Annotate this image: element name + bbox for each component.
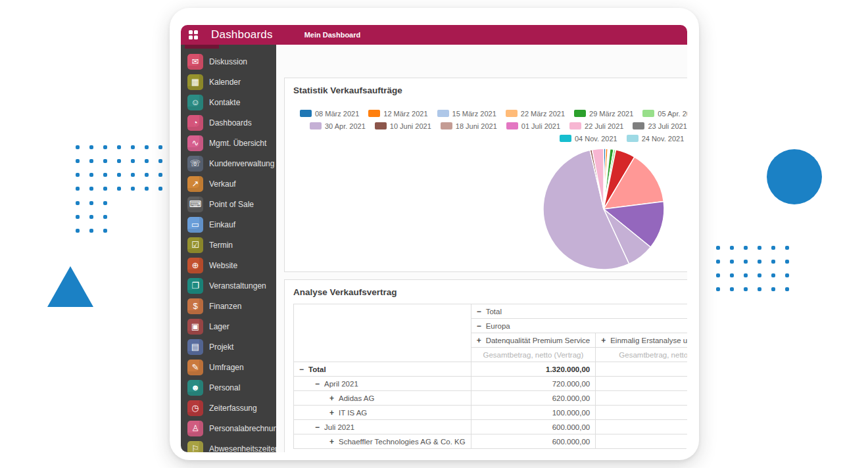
sidebar-item-termin[interactable]: ☑Termin bbox=[181, 235, 276, 255]
legend-item-29-m-rz-2021[interactable]: 29 März 2021 bbox=[574, 110, 633, 118]
sidebar-item-label: Abwesenheitszeiten bbox=[209, 444, 279, 453]
sidebar-item-dashboards[interactable]: ◔Dashboards bbox=[181, 112, 276, 133]
legend-label: 15 März 2021 bbox=[452, 110, 496, 118]
legend-item-08-m-rz-2021[interactable]: 08 März 2021 bbox=[300, 110, 359, 118]
table-row: −Total1.320.000,00150.000,00 bbox=[294, 362, 688, 377]
legend-swatch bbox=[560, 135, 571, 142]
sidebar-item-label: Point of Sale bbox=[209, 200, 254, 209]
sidebar-item-personal[interactable]: ☻Personal bbox=[181, 377, 276, 398]
sidebar-item-verkauf[interactable]: ↗Verkauf bbox=[181, 174, 276, 194]
legend-swatch bbox=[569, 122, 581, 129]
legend-item-30-apr-2021[interactable]: 30 Apr. 2021 bbox=[310, 122, 366, 130]
expand-icon[interactable]: + bbox=[329, 394, 334, 403]
collapse-icon[interactable]: − bbox=[477, 307, 481, 316]
dashboard-canvas: Statistik Verkaufsaufträge 08 März 20211… bbox=[276, 45, 687, 452]
pivot-value-col1: 620.000,00 bbox=[471, 391, 596, 406]
sidebar-item-label: Veranstaltungen bbox=[209, 281, 266, 291]
sidebar-item-diskussion[interactable]: ✉Diskussion bbox=[181, 51, 276, 72]
sidebar-item-finanzen[interactable]: $Finanzen bbox=[181, 296, 276, 316]
payroll-icon: ♙ bbox=[187, 421, 203, 436]
sidebar-item-projekt[interactable]: ▤Projekt bbox=[181, 337, 276, 357]
legend-item-18-juni-2021[interactable]: 18 Juni 2021 bbox=[441, 122, 497, 130]
pivot-row-it-is-ag[interactable]: +IT IS AG bbox=[294, 406, 471, 420]
legend-label: 01 Juli 2021 bbox=[521, 122, 560, 130]
app-body: ✉Diskussion▦Kalender☺Kontakte◔Dashboards… bbox=[181, 45, 687, 452]
contract-analysis-title: Analyse Verkaufsvertrag bbox=[285, 280, 687, 297]
legend-label: 10 Juni 2021 bbox=[390, 122, 431, 130]
pie-chart bbox=[541, 147, 666, 271]
pivot-value-col1: 600.000,00 bbox=[471, 434, 596, 449]
sidebar-item-kontakte[interactable]: ☺Kontakte bbox=[181, 92, 276, 112]
pivot-value-col1: 1.320.000,00 bbox=[471, 362, 596, 377]
decor-triangle bbox=[47, 266, 93, 307]
legend-item-05-apr-2021[interactable]: 05 Apr. 2021 bbox=[642, 110, 687, 118]
collapse-icon[interactable]: − bbox=[299, 365, 304, 374]
legend-item-01-juli-2021[interactable]: 01 Juli 2021 bbox=[506, 122, 560, 130]
pivot-value-col2 bbox=[596, 434, 687, 449]
legend-item-04-nov-2021[interactable]: 04 Nov. 2021 bbox=[560, 135, 617, 143]
pivot-col-europa-label: Europa bbox=[486, 322, 510, 330]
legend-swatch bbox=[506, 122, 518, 129]
sidebar-item-kalender[interactable]: ▦Kalender bbox=[181, 72, 276, 92]
sidebar-item-kundenverwaltung[interactable]: ☏Kundenverwaltung bbox=[181, 153, 276, 174]
legend-label: 18 Juni 2021 bbox=[456, 122, 497, 130]
sidebar-item-abwesenheitszeiten[interactable]: ⚐Abwesenheitszeiten bbox=[181, 438, 276, 452]
pivot-row-total[interactable]: −Total bbox=[294, 362, 471, 377]
pivot-value-col2: 135.000,00 bbox=[596, 391, 687, 406]
pivot-row-juli-2021[interactable]: −Juli 2021 bbox=[294, 420, 471, 434]
pivot-col-product-1[interactable]: +Datenqualität Premium Service bbox=[471, 333, 596, 348]
sidebar-item-lager[interactable]: ▣Lager bbox=[181, 316, 276, 337]
sidebar-item-personalabrechnung[interactable]: ♙Personalabrechnung bbox=[181, 418, 276, 438]
pivot-col-europa[interactable]: −Europa bbox=[471, 319, 687, 333]
contract-analysis-card: Analyse Verkaufsvertrag −Total bbox=[284, 279, 687, 452]
legend-row-1: 08 März 202112 März 202115 März 202122 M… bbox=[285, 107, 687, 120]
sidebar-item-website[interactable]: ⊕Website bbox=[181, 255, 276, 275]
decor-circle bbox=[767, 149, 822, 204]
legend-item-12-m-rz-2021[interactable]: 12 März 2021 bbox=[368, 110, 427, 118]
sidebar-item-einkauf[interactable]: ▭Einkauf bbox=[181, 214, 276, 235]
page: Dashboards Mein Dashboard ✉Diskussion▦Ka… bbox=[0, 0, 868, 468]
legend-item-15-m-rz-2021[interactable]: 15 März 2021 bbox=[437, 110, 496, 118]
sidebar-item-mgmt-bersicht[interactable]: ∿Mgmt. Übersicht bbox=[181, 133, 276, 153]
legend-swatch bbox=[300, 110, 312, 117]
apps-grid-icon[interactable] bbox=[189, 30, 198, 39]
pivot-value-col2: 150.000,00 bbox=[596, 362, 687, 377]
legend-item-24-nov-2021[interactable]: 24 Nov. 2021 bbox=[627, 135, 685, 143]
puzzle-icon: ▤ bbox=[187, 339, 203, 355]
sidebar-item-label: Lager bbox=[209, 322, 229, 331]
decor-dot-grid-left-bottom bbox=[76, 201, 107, 233]
decor-dot-grid-left-top bbox=[76, 145, 162, 191]
expand-icon[interactable]: + bbox=[329, 437, 334, 446]
expand-icon[interactable]: + bbox=[329, 408, 334, 417]
pivot-col-product-2-label: Einmalig Erstanalyse und Auswertung bbox=[610, 337, 687, 344]
collapse-icon[interactable]: − bbox=[477, 321, 481, 331]
legend-label: 22 März 2021 bbox=[521, 110, 565, 118]
collapse-icon[interactable]: − bbox=[315, 423, 320, 432]
sidebar-item-label: Kundenverwaltung bbox=[209, 159, 274, 168]
sales-statistics-title: Statistik Verkaufsaufträge bbox=[285, 78, 687, 95]
sidebar-item-veranstaltungen[interactable]: ❐Veranstaltungen bbox=[181, 275, 276, 296]
sidebar-item-zeiterfassung[interactable]: ◷Zeiterfassung bbox=[181, 398, 276, 418]
sidebar-item-point-of-sale[interactable]: ⌨Point of Sale bbox=[181, 194, 276, 214]
menu-item-mein-dashboard[interactable]: Mein Dashboard bbox=[304, 31, 361, 39]
cash-register-icon: ⌨ bbox=[187, 197, 203, 212]
expand-icon[interactable]: + bbox=[601, 336, 606, 345]
pivot-row-april-2021[interactable]: −April 2021 bbox=[294, 377, 471, 391]
collapse-icon[interactable]: − bbox=[315, 379, 320, 388]
table-row: −Juli 2021600.000,00 bbox=[294, 420, 688, 434]
decor-dot-grid-right bbox=[716, 246, 789, 291]
legend-item-23-juli-2021[interactable]: 23 Juli 2021 bbox=[633, 122, 687, 130]
expand-icon[interactable]: + bbox=[477, 336, 481, 345]
legend-item-10-juni-2021[interactable]: 10 Juni 2021 bbox=[375, 122, 431, 130]
sidebar-item-umfragen[interactable]: ✎Umfragen bbox=[181, 357, 276, 377]
sidebar-item-label: Kalender bbox=[209, 78, 241, 87]
pivot-col-product-2[interactable]: +Einmalig Erstanalyse und Auswertung bbox=[596, 333, 687, 348]
pivot-col-total[interactable]: −Total bbox=[471, 304, 687, 319]
table-row: +IT IS AG100.000,0015.000,00 bbox=[294, 406, 688, 420]
legend-item-22-juli-2021[interactable]: 22 Juli 2021 bbox=[569, 122, 623, 130]
pivot-row-adidas-ag[interactable]: +Adidas AG bbox=[294, 391, 471, 406]
legend-item-22-m-rz-2021[interactable]: 22 März 2021 bbox=[506, 110, 565, 118]
pivot-row-schaeffler-technologies-ag-co-kg[interactable]: +Schaeffler Technologies AG & Co. KG bbox=[294, 434, 471, 449]
pivot-row-label: Total bbox=[308, 365, 326, 373]
pivot-row-label: Juli 2021 bbox=[324, 423, 354, 431]
